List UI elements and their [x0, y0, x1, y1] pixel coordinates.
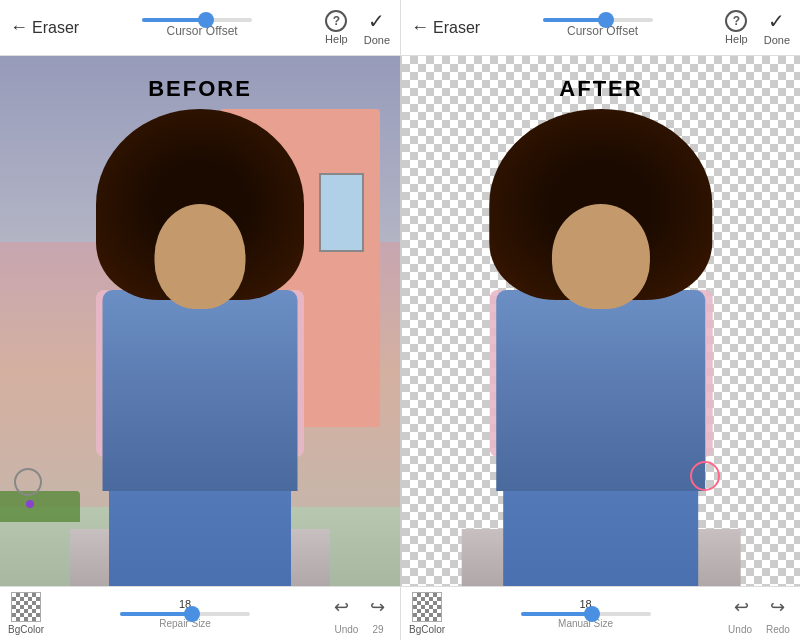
- manual-size-thumb[interactable]: [584, 606, 600, 622]
- undo-label-row-right: Undo Redo: [728, 624, 790, 635]
- bottom-right: BgColor 18 Manual Size ↩ ↪ Undo Redo: [400, 587, 800, 640]
- help-label-right: Help: [725, 33, 748, 45]
- repair-size-fill: [120, 612, 192, 616]
- bgcolor-left-wrapper: BgColor: [8, 592, 44, 635]
- undo-num-left: Undo 29: [334, 624, 383, 635]
- bgcolor-swatch-left[interactable]: [11, 592, 41, 622]
- cursor-offset-slider-right[interactable]: [543, 18, 663, 22]
- toolbar-actions-right: ? Help ✓ Done: [725, 9, 790, 46]
- person-after: [462, 109, 741, 586]
- bottom-left: BgColor 18 Repair Size ↩ ↪ Undo 29: [0, 587, 400, 640]
- done-label-left: Done: [364, 34, 390, 46]
- help-icon-right: ?: [725, 10, 747, 32]
- eraser-label-right: Eraser: [433, 19, 480, 37]
- help-label-left: Help: [325, 33, 348, 45]
- help-button-left[interactable]: ? Help: [325, 10, 348, 45]
- bgcolor-right-wrapper: BgColor: [409, 592, 445, 635]
- face: [155, 204, 246, 309]
- manual-size-group: 18 Manual Size: [453, 598, 718, 629]
- back-button-right[interactable]: ← Eraser: [411, 17, 480, 38]
- undo-label-left: Undo: [334, 624, 358, 635]
- help-icon-left: ?: [325, 10, 347, 32]
- undo-redo-right: ↩ ↪ Undo Redo: [726, 592, 792, 635]
- undo-redo-left: ↩ ↪ Undo 29: [326, 592, 392, 635]
- slider-thumb-left[interactable]: [198, 12, 214, 28]
- bgcolor-label-left: BgColor: [8, 624, 44, 635]
- done-icon-right: ✓: [768, 9, 785, 33]
- before-label: BEFORE: [148, 76, 252, 102]
- jacket: [103, 290, 298, 490]
- done-button-left[interactable]: ✓ Done: [364, 9, 390, 46]
- eraser-label-left: Eraser: [32, 19, 79, 37]
- grass: [0, 491, 80, 523]
- toolbar-actions-left: ? Help ✓ Done: [325, 9, 390, 46]
- redo-button-right[interactable]: ↪: [762, 592, 792, 622]
- repair-size-track[interactable]: [120, 612, 250, 616]
- back-arrow-left: ←: [10, 17, 28, 38]
- manual-size-track[interactable]: [521, 612, 651, 616]
- face-after: [552, 204, 650, 309]
- bgcolor-label-right: BgColor: [409, 624, 445, 635]
- toolbar-left: ← Eraser Cursor Offset ? Help ✓ Done: [0, 0, 400, 55]
- undo-button-left[interactable]: ↩: [326, 592, 356, 622]
- undo-redo-buttons-left: ↩ ↪: [326, 592, 392, 622]
- undo-num-left-val: 29: [372, 624, 383, 635]
- toolbar-center-right: Cursor Offset: [480, 18, 725, 38]
- person-before: [70, 109, 330, 586]
- slider-track-left: [142, 18, 252, 22]
- help-button-right[interactable]: ? Help: [725, 10, 748, 45]
- undo-redo-buttons-right: ↩ ↪: [726, 592, 792, 622]
- top-toolbar: ← Eraser Cursor Offset ? Help ✓ Done: [0, 0, 800, 56]
- cursor-offset-slider-left[interactable]: [142, 18, 262, 22]
- jacket-after: [497, 290, 706, 490]
- done-icon-left: ✓: [368, 9, 385, 33]
- toolbar-center-left: Cursor Offset: [79, 18, 325, 38]
- purple-dot-before: [26, 500, 34, 508]
- undo-button-right[interactable]: ↩: [726, 592, 756, 622]
- repair-size-group: 18 Repair Size: [52, 598, 318, 629]
- back-arrow-right: ←: [411, 17, 429, 38]
- redo-label-right: Redo: [766, 624, 790, 635]
- redo-button-left[interactable]: ↪: [362, 592, 392, 622]
- back-button-left[interactable]: ← Eraser: [10, 17, 79, 38]
- undo-label-right: Undo: [728, 624, 752, 635]
- slider-track-right: [543, 18, 653, 22]
- before-panel: BEFORE: [0, 56, 400, 586]
- toolbar-right: ← Eraser Cursor Offset ? Help ✓ Done: [400, 0, 800, 55]
- bgcolor-swatch-right[interactable]: [412, 592, 442, 622]
- bottom-toolbar: BgColor 18 Repair Size ↩ ↪ Undo 29 BgCol…: [0, 586, 800, 640]
- repair-size-thumb[interactable]: [184, 606, 200, 622]
- done-label-right: Done: [764, 34, 790, 46]
- slider-thumb-right[interactable]: [598, 12, 614, 28]
- after-label: AFTER: [559, 76, 642, 102]
- after-panel: AFTER: [400, 56, 800, 586]
- done-button-right[interactable]: ✓ Done: [764, 9, 790, 46]
- manual-size-fill: [521, 612, 593, 616]
- main-content: BEFORE AFTER: [0, 56, 800, 586]
